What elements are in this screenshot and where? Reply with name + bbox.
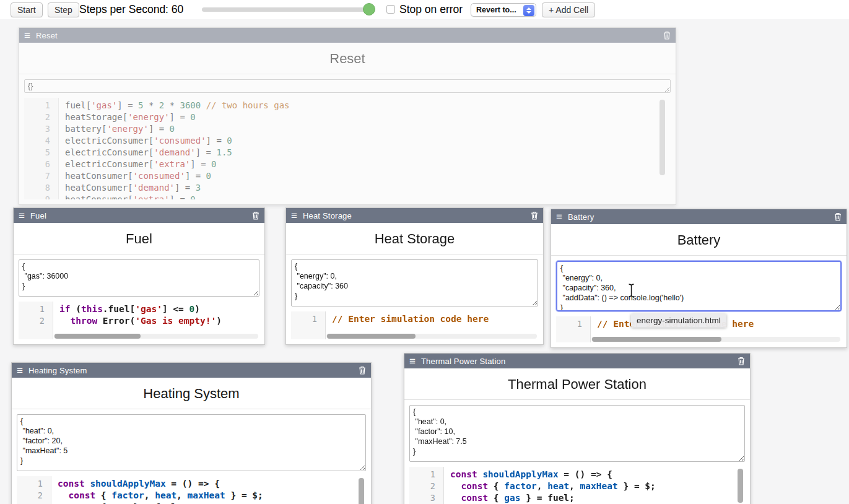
steps-per-second-label: Steps per Second: 60 — [79, 3, 183, 16]
line-number: 1 — [19, 303, 53, 315]
cell-header-title: Heating System — [28, 366, 87, 375]
cell-header[interactable]: ≡ Fuel — [14, 208, 264, 223]
speed-slider-track[interactable] — [202, 7, 375, 12]
vertical-scrollbar-thumb[interactable] — [738, 469, 743, 503]
code-editor[interactable]: 123 const shouldApplyMax = () => { const… — [409, 467, 745, 504]
config-json-input[interactable] — [556, 261, 842, 311]
trash-icon[interactable] — [738, 357, 745, 365]
config-json-input[interactable] — [17, 414, 366, 471]
cell-header[interactable]: ≡ Heat Storage — [286, 208, 543, 223]
line-number-gutter: 123 — [17, 476, 51, 504]
horizontal-scrollbar-thumb[interactable] — [54, 334, 141, 339]
code-line: throw Error('Gas is empty!') — [59, 315, 259, 327]
cell-reset: ≡ Reset Reset 123456789 fuel['gas'] = 5 … — [19, 27, 676, 205]
line-number: 2 — [24, 111, 58, 123]
trash-icon[interactable] — [834, 212, 842, 221]
toolbar: Start Step Steps per Second: 60 Stop on … — [0, 0, 849, 19]
cell-battery: ≡ Battery Battery 1 // Enter simulation … — [551, 209, 847, 348]
code-line: const { factor, heat, maxHeat } = $; — [450, 480, 745, 492]
cell-header-title: Heat Storage — [303, 211, 352, 220]
code-line: // Enter simulation code here — [332, 313, 538, 325]
stop-on-error-label: Stop on error — [399, 3, 463, 16]
horizontal-scrollbar-thumb[interactable] — [327, 334, 416, 339]
chevron-up-icon — [526, 7, 531, 10]
cell-title: Heat Storage — [286, 223, 543, 254]
divider — [551, 255, 847, 256]
line-number: 7 — [24, 170, 58, 182]
code-line: heatConsumer['demand'] = 3 — [65, 182, 671, 194]
code-line: electricConsumer['consumed'] = 0 — [65, 135, 671, 147]
line-number-gutter: 123456789 — [24, 98, 59, 199]
config-editor-wrap — [19, 259, 259, 297]
cell-fuel: ≡ Fuel Fuel 12 if (this.fuel['gas'] <= 0… — [13, 207, 265, 345]
cell-header[interactable]: ≡ Thermal Power Station — [404, 354, 750, 368]
cell-title: Heating System — [12, 378, 371, 409]
vertical-scrollbar-thumb[interactable] — [660, 100, 665, 175]
code-line: electricConsumer['demand'] = 1.5 — [65, 147, 671, 159]
code-line: heatConsumer['consumed'] = 0 — [65, 170, 671, 182]
speed-slider-thumb[interactable] — [363, 3, 375, 15]
code-line: const { factor, heat, maxHeat } = $; — [58, 490, 366, 502]
config-json-input[interactable] — [409, 405, 745, 462]
code-editor[interactable]: 123456789 fuel['gas'] = 5 * 2 * 3600 // … — [24, 98, 671, 199]
divider — [286, 254, 543, 254]
menu-icon[interactable]: ≡ — [17, 365, 23, 376]
line-number: 1 — [291, 313, 325, 325]
cell-header[interactable]: ≡ Heating System — [12, 363, 371, 378]
code-lines: fuel['gas'] = 5 * 2 * 3600 // two hours … — [59, 98, 671, 199]
horizontal-scrollbar[interactable] — [591, 337, 840, 342]
horizontal-scrollbar[interactable] — [326, 334, 537, 339]
trash-icon[interactable] — [252, 211, 259, 220]
config-json-input[interactable] — [291, 259, 538, 306]
code-editor[interactable]: 1 // Enter simulation code here — [291, 311, 538, 339]
menu-icon[interactable]: ≡ — [19, 211, 25, 221]
code-line: fuel['gas'] = 5 * 2 * 3600 // two hours … — [65, 100, 671, 111]
line-number: 2 — [17, 490, 51, 502]
revert-to-select[interactable]: Revert to... — [471, 3, 536, 17]
config-json-input[interactable] — [19, 259, 259, 297]
code-line: const { gas } = fuel; — [58, 502, 366, 504]
cell-header-title: Battery — [568, 212, 594, 222]
select-stepper-icon — [523, 5, 534, 16]
trash-icon[interactable] — [359, 366, 366, 375]
code-line: electricConsumer['extra'] = 0 — [65, 159, 671, 170]
cell-heat_storage: ≡ Heat Storage Heat Storage 1 // Enter s… — [285, 207, 544, 345]
menu-icon[interactable]: ≡ — [24, 30, 30, 41]
line-number: 8 — [24, 182, 58, 194]
vertical-scrollbar-thumb[interactable] — [359, 478, 364, 504]
stop-on-error-checkbox[interactable] — [386, 5, 395, 14]
line-number-gutter: 123 — [409, 467, 444, 504]
divider — [14, 254, 264, 254]
add-cell-button[interactable]: + Add Cell — [542, 2, 595, 17]
cell-header-title: Fuel — [30, 211, 46, 220]
start-button[interactable]: Start — [11, 2, 43, 17]
line-number: 2 — [409, 480, 443, 492]
trash-icon[interactable] — [531, 211, 538, 220]
filename-tooltip: energy-simulation.html — [631, 313, 726, 328]
divider — [19, 74, 676, 74]
cell-header[interactable]: ≡ Reset — [19, 28, 676, 43]
config-editor-wrap — [291, 259, 538, 306]
menu-icon[interactable]: ≡ — [409, 356, 416, 367]
step-button[interactable]: Step — [48, 2, 79, 17]
line-number: 3 — [409, 492, 443, 504]
line-number: 1 — [24, 100, 58, 111]
line-number: 4 — [24, 135, 58, 147]
line-number: 1 — [556, 318, 590, 330]
menu-icon[interactable]: ≡ — [291, 211, 297, 221]
code-line: heatStorage['energy'] = 0 — [65, 111, 671, 123]
code-line: heatConsumer['extra'] = 0 — [65, 194, 671, 199]
code-editor[interactable]: 123 const shouldApplyMax = () => { const… — [17, 476, 366, 504]
config-editor-wrap — [17, 414, 366, 471]
cell-title: Thermal Power Station — [404, 368, 750, 399]
code-editor[interactable]: 12 if (this.fuel['gas'] <= 0) throw Erro… — [19, 302, 259, 339]
horizontal-scrollbar[interactable] — [54, 334, 258, 339]
menu-icon[interactable]: ≡ — [556, 212, 562, 222]
horizontal-scrollbar-thumb[interactable] — [592, 337, 721, 342]
line-number-gutter: 1 — [291, 311, 326, 339]
cell-header[interactable]: ≡ Battery — [551, 209, 847, 224]
code-line: if (this.fuel['gas'] <= 0) — [59, 303, 259, 315]
config-json-input[interactable] — [24, 79, 671, 93]
cell-heating_system: ≡ Heating System Heating System 123 cons… — [11, 362, 372, 504]
trash-icon[interactable] — [663, 31, 671, 40]
